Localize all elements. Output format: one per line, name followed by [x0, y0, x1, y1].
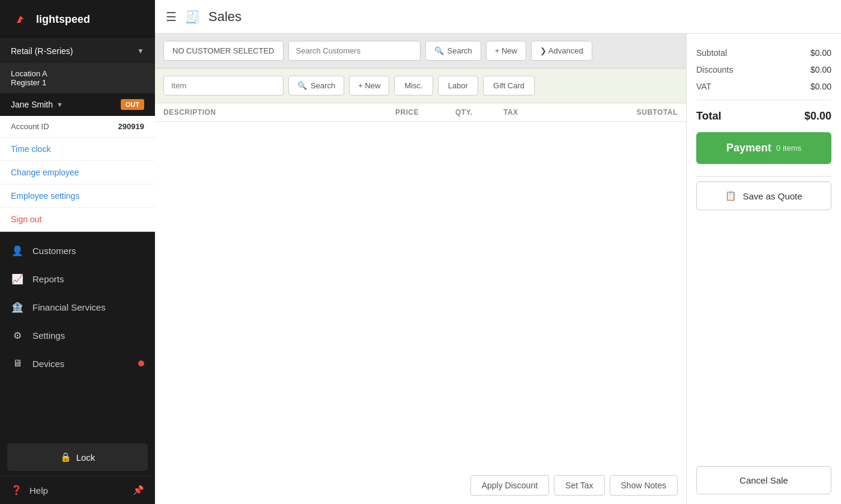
help-icon: ❓: [11, 485, 22, 496]
total-row: Total $0.00: [696, 105, 831, 132]
nav-items: 👤 Customers 📈 Reports 🏦 Financial Servic…: [0, 232, 155, 443]
sidebar-logo: lightspeed: [0, 0, 155, 39]
customers-icon: 👤: [11, 245, 24, 257]
pin-icon[interactable]: 📌: [133, 485, 144, 496]
col-price: PRICE: [395, 108, 455, 117]
table-header: DESCRIPTION PRICE QTY. TAX SUBTOTAL: [155, 103, 686, 122]
hamburger-menu-icon[interactable]: ☰: [166, 10, 177, 24]
location-name: Location A: [11, 69, 144, 78]
table-body: [155, 122, 686, 467]
sign-out-link[interactable]: Sign out: [0, 208, 155, 231]
employee-status-badge: OUT: [121, 99, 144, 110]
help-button[interactable]: ❓ Help: [11, 485, 48, 496]
save-quote-icon: 📋: [725, 190, 736, 201]
subtotal-row: Subtotal $0.00: [696, 44, 831, 61]
sidebar-item-settings[interactable]: ⚙ Settings: [0, 321, 155, 350]
financial-icon: 🏦: [11, 302, 24, 313]
item-search-button[interactable]: 🔍 Search: [288, 76, 344, 96]
apply-discount-button[interactable]: Apply Discount: [470, 475, 549, 496]
set-tax-button[interactable]: Set Tax: [554, 475, 604, 496]
payment-button[interactable]: Payment 0 items: [696, 132, 831, 164]
devices-label: Devices: [32, 359, 64, 369]
employee-dropdown: Account ID 290919 Time clock Change empl…: [0, 116, 155, 232]
item-search-input[interactable]: [163, 76, 284, 96]
lock-button[interactable]: 🔒 Lock: [7, 443, 148, 471]
no-customer-button[interactable]: NO CUSTOMER SELECTED: [163, 41, 284, 61]
subtotal-value: $0.00: [810, 48, 831, 58]
discounts-row: Discounts $0.00: [696, 61, 831, 78]
store-arrow-icon: ▼: [137, 47, 144, 55]
settings-icon: ⚙: [11, 330, 24, 341]
customer-search-button[interactable]: 🔍 Search: [425, 41, 481, 61]
customer-bar: NO CUSTOMER SELECTED 🔍 Search + New ❯ Ad…: [155, 34, 686, 68]
save-quote-label: Save as Quote: [742, 191, 802, 201]
subtotal-label: Subtotal: [696, 48, 727, 58]
col-description: DESCRIPTION: [163, 108, 395, 117]
payment-items-count: 0 items: [776, 144, 801, 153]
misc-button[interactable]: Misc.: [394, 76, 433, 96]
save-quote-button[interactable]: 📋 Save as Quote: [696, 181, 831, 210]
page-title: Sales: [208, 9, 241, 25]
sidebar-item-financial[interactable]: 🏦 Financial Services: [0, 293, 155, 321]
lightspeed-logo-icon: [11, 10, 30, 29]
giftcard-button[interactable]: Gift Card: [483, 76, 535, 96]
col-qty: QTY.: [455, 108, 503, 117]
account-id-label: Account ID: [11, 122, 49, 131]
sales-icon: 🧾: [185, 10, 200, 24]
location-info: Location A Register 1: [0, 63, 155, 93]
employee-name: Jane Smith ▼: [11, 100, 63, 109]
register-name: Register 1: [11, 78, 144, 87]
account-id-row: Account ID 290919: [0, 116, 155, 138]
devices-badge: [138, 360, 144, 366]
discounts-value: $0.00: [810, 65, 831, 74]
sidebar: lightspeed Retail (R-Series) ▼ Location …: [0, 0, 155, 504]
customer-new-button[interactable]: + New: [486, 41, 526, 61]
vat-row: VAT $0.00: [696, 78, 831, 95]
account-id-value: 290919: [118, 122, 144, 131]
store-selector[interactable]: Retail (R-Series) ▼: [0, 39, 155, 63]
topbar: ☰ 🧾 Sales: [155, 0, 841, 34]
advanced-button[interactable]: ❯ Advanced: [531, 41, 592, 61]
help-row: ❓ Help 📌: [0, 476, 155, 504]
right-panel: Subtotal $0.00 Discounts $0.00 VAT $0.00…: [686, 34, 841, 504]
total-value: $0.00: [804, 110, 831, 123]
employee-settings-link[interactable]: Employee settings: [0, 184, 155, 208]
col-tax: TAX: [503, 108, 594, 117]
change-employee-link[interactable]: Change employee: [0, 161, 155, 184]
cancel-sale-button[interactable]: Cancel Sale: [696, 466, 831, 494]
item-new-button[interactable]: + New: [349, 76, 389, 96]
customers-label: Customers: [32, 246, 76, 256]
labor-button[interactable]: Labor: [438, 76, 478, 96]
lock-icon: 🔒: [60, 452, 71, 463]
sale-panel: NO CUSTOMER SELECTED 🔍 Search + New ❯ Ad…: [155, 34, 686, 504]
payment-label: Payment: [726, 142, 771, 154]
total-label: Total: [696, 110, 721, 123]
content-area: NO CUSTOMER SELECTED 🔍 Search + New ❯ Ad…: [155, 34, 841, 504]
discounts-label: Discounts: [696, 65, 733, 74]
summary-divider: [696, 100, 831, 100]
item-search-icon: 🔍: [297, 81, 307, 90]
panel-spacer: [696, 217, 831, 466]
sidebar-item-reports[interactable]: 📈 Reports: [0, 265, 155, 293]
vat-label: VAT: [696, 82, 711, 91]
show-notes-button[interactable]: Show Notes: [610, 475, 678, 496]
logo-text: lightspeed: [36, 13, 90, 26]
employee-dropdown-arrow: ▼: [56, 101, 63, 108]
employee-row[interactable]: Jane Smith ▼ OUT: [0, 93, 155, 116]
reports-icon: 📈: [11, 273, 24, 285]
time-clock-link[interactable]: Time clock: [0, 138, 155, 161]
col-subtotal: SUBTOTAL: [594, 108, 678, 117]
lock-label: Lock: [76, 452, 96, 463]
customer-search-input[interactable]: [288, 41, 421, 61]
main-content: ☰ 🧾 Sales NO CUSTOMER SELECTED 🔍 Search …: [155, 0, 841, 504]
financial-label: Financial Services: [32, 302, 106, 312]
action-row: Apply Discount Set Tax Show Notes: [155, 467, 686, 504]
sidebar-item-devices[interactable]: 🖥 Devices: [0, 350, 155, 377]
search-icon: 🔍: [434, 46, 444, 55]
reports-label: Reports: [32, 274, 64, 284]
settings-label: Settings: [32, 330, 65, 341]
vat-value: $0.00: [810, 82, 831, 91]
sidebar-item-customers[interactable]: 👤 Customers: [0, 237, 155, 265]
help-label: Help: [29, 485, 48, 496]
store-name: Retail (R-Series): [11, 46, 73, 56]
